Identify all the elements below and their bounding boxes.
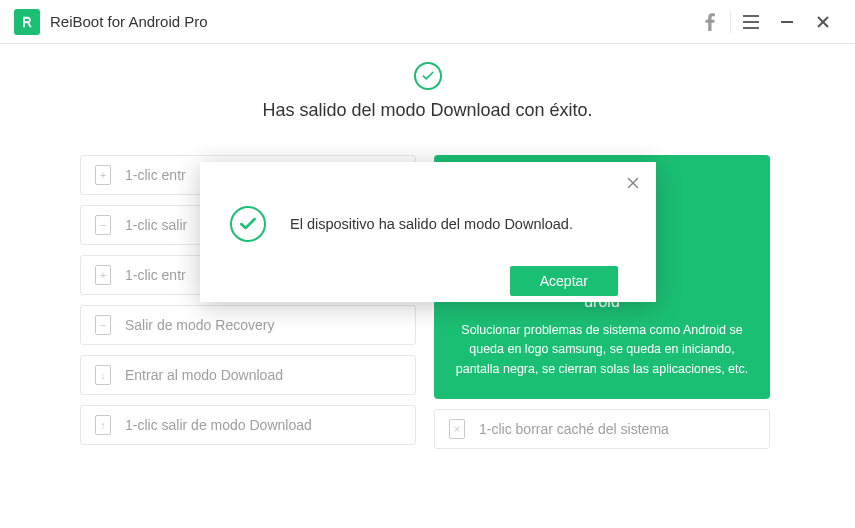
minimize-icon[interactable] (769, 0, 805, 44)
feature-description: Solucionar problemas de sistema como And… (454, 321, 750, 379)
phone-down-icon: ↓ (95, 365, 111, 385)
dialog-body: El dispositivo ha salido del modo Downlo… (230, 206, 638, 242)
option-clear-cache[interactable]: × 1-clic borrar caché del sistema (434, 409, 770, 449)
phone-icon: + (95, 165, 111, 185)
phone-icon: × (449, 419, 465, 439)
option-label: 1-clic entr (125, 267, 186, 283)
dialog-footer: Aceptar (230, 266, 638, 296)
facebook-icon[interactable] (692, 0, 728, 44)
option-exit-recovery[interactable]: − Salir de modo Recovery (80, 305, 416, 345)
app-logo (14, 9, 40, 35)
option-label: Salir de modo Recovery (125, 317, 274, 333)
separator (730, 11, 731, 33)
option-label: Entrar al modo Download (125, 367, 283, 383)
option-label: 1-clic salir (125, 217, 187, 233)
titlebar-controls (692, 0, 841, 44)
option-label: 1-clic entr (125, 167, 186, 183)
close-icon[interactable] (805, 0, 841, 44)
app-title: ReiBoot for Android Pro (50, 13, 208, 30)
option-label: 1-clic borrar caché del sistema (479, 421, 669, 437)
dialog-close-icon[interactable] (622, 172, 644, 194)
dialog-check-icon (230, 206, 266, 242)
dialog-message: El dispositivo ha salido del modo Downlo… (290, 216, 573, 232)
success-check-icon (414, 62, 442, 90)
page-heading: Has salido del modo Download con éxito. (80, 100, 775, 121)
confirmation-dialog: El dispositivo ha salido del modo Downlo… (200, 162, 656, 302)
menu-icon[interactable] (733, 0, 769, 44)
phone-up-icon: ↑ (95, 415, 111, 435)
option-label: 1-clic salir de modo Download (125, 417, 312, 433)
phone-icon: + (95, 265, 111, 285)
titlebar: ReiBoot for Android Pro (0, 0, 855, 44)
phone-icon: − (95, 215, 111, 235)
accept-button[interactable]: Aceptar (510, 266, 618, 296)
option-exit-download[interactable]: ↑ 1-clic salir de modo Download (80, 405, 416, 445)
option-enter-download[interactable]: ↓ Entrar al modo Download (80, 355, 416, 395)
phone-icon: − (95, 315, 111, 335)
